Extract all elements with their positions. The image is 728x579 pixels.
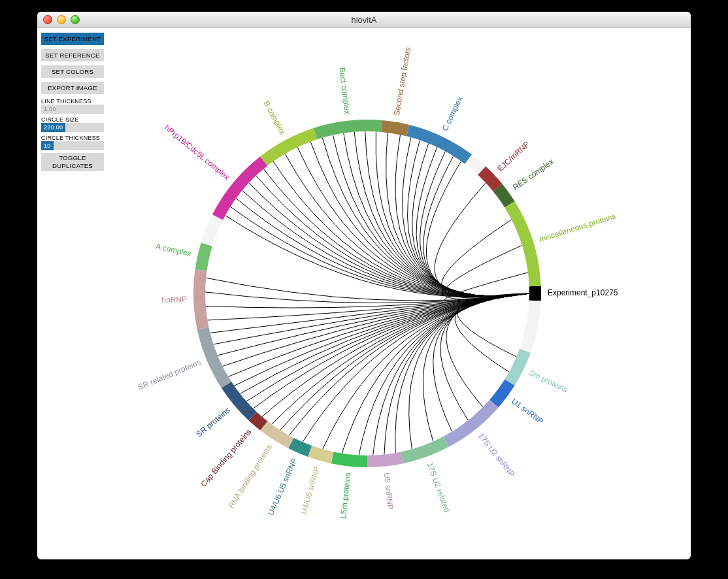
chord-c	[420, 152, 529, 297]
arc-u2r[interactable]	[401, 437, 449, 463]
arc-lsm[interactable]	[331, 452, 367, 467]
window-title: hiovitA	[37, 15, 691, 25]
arc-label-u2: 17S U2 snRNP	[476, 431, 517, 478]
chord-c	[423, 156, 529, 297]
arc-label-srp: SR proteins	[195, 405, 232, 438]
arc-bact[interactable]	[314, 120, 382, 139]
chord-u4u6	[323, 293, 529, 449]
arc-label-u4u6: U4/U6 snRNP	[299, 465, 322, 515]
arc-sm[interactable]	[505, 349, 531, 386]
arc-gap2[interactable]	[201, 214, 223, 246]
chord-diagram: Experiment_p10275Sm proteinsU1 snRNP17S …	[37, 27, 691, 559]
arc-label-hprp: hPrp19/Cdc5L complex	[163, 123, 231, 182]
chord-group	[205, 131, 529, 455]
arc-label-misc: miscelleneous proteins	[538, 211, 617, 244]
zoom-icon[interactable]	[71, 15, 80, 24]
chord-hprp	[249, 183, 529, 297]
arc-label-u2r: 17S U2 related	[425, 461, 452, 514]
chord-hprp	[242, 190, 529, 297]
arc-u4u6[interactable]	[308, 446, 333, 463]
arc-label-step2: Second step factors	[392, 46, 412, 116]
arc-srrel[interactable]	[197, 327, 231, 388]
arc-label-b: B complex	[262, 99, 288, 136]
arc-step2[interactable]	[382, 120, 410, 136]
arc-label-a: A complex	[155, 242, 192, 259]
chord-hprp	[231, 207, 529, 297]
arc-exp[interactable]	[529, 286, 541, 301]
titlebar[interactable]: hiovitA	[37, 12, 691, 28]
traffic-lights	[43, 15, 80, 24]
arc-c[interactable]	[406, 125, 472, 164]
arc-label-exp: Experiment_p10275	[548, 288, 618, 297]
arc-a[interactable]	[195, 242, 212, 271]
arc-label-bact: Bact complex	[337, 67, 352, 114]
chord-u4u6u5	[303, 293, 529, 442]
chord-bact	[344, 133, 529, 297]
arc-label-hnrnp: hnRNP	[161, 295, 187, 305]
arc-label-res: RES complex	[511, 157, 555, 192]
arc-label-sm: Sm proteins	[527, 368, 569, 395]
arc-label-c: C complex	[440, 95, 465, 132]
arc-label-u1: U1 snRNP	[510, 397, 545, 426]
arc-label-u4u6u5: U4/U6.U5 snRNP	[266, 457, 299, 517]
arc-label-srrel: SR related proteins	[137, 357, 202, 391]
arc-u5[interactable]	[367, 452, 403, 467]
minimize-icon[interactable]	[57, 15, 66, 24]
chord-hprp	[236, 198, 529, 297]
chord-bact	[354, 132, 529, 296]
close-icon[interactable]	[43, 15, 52, 24]
app-window: hiovitA SET EXPERIMENT SET REFERENCE SET…	[37, 12, 691, 559]
arc-label-u5: U5 snRNP	[382, 472, 395, 510]
arc-label-ejc: EJC/mRNP	[496, 139, 531, 173]
arc-label-lsm: LSm proteins	[339, 472, 352, 520]
arc-gap1[interactable]	[520, 301, 541, 353]
chord-bact	[333, 135, 529, 297]
chord-hprp	[263, 169, 529, 296]
chord-misc	[442, 220, 529, 298]
